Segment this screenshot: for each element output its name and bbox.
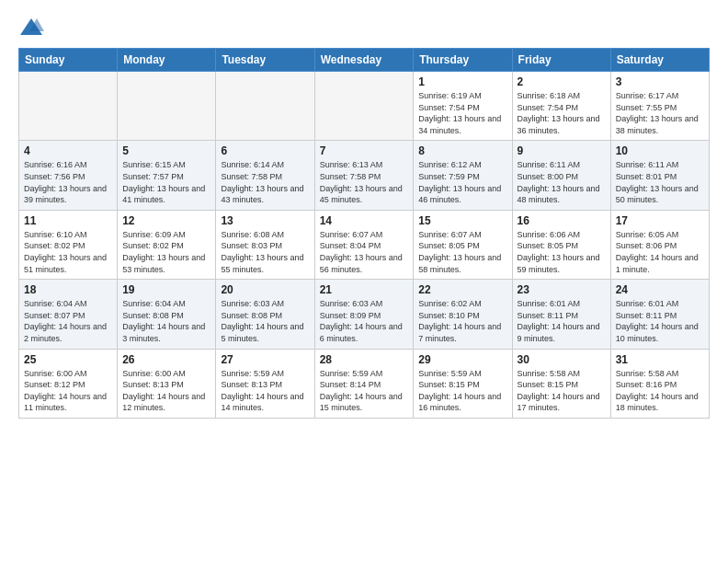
calendar-week-row: 11Sunrise: 6:10 AM Sunset: 8:02 PM Dayli… (19, 210, 710, 279)
weekday-header: Monday (118, 49, 216, 72)
day-info: Sunrise: 6:18 AM Sunset: 7:54 PM Dayligh… (518, 90, 606, 136)
day-info: Sunrise: 6:06 AM Sunset: 8:05 PM Dayligh… (518, 229, 606, 275)
day-number: 8 (418, 144, 506, 157)
calendar-day-cell: 17Sunrise: 6:05 AM Sunset: 8:06 PM Dayli… (610, 210, 709, 279)
day-info: Sunrise: 6:03 AM Sunset: 8:08 PM Dayligh… (221, 298, 309, 344)
calendar-day-cell: 10Sunrise: 6:11 AM Sunset: 8:01 PM Dayli… (610, 141, 709, 210)
day-info: Sunrise: 6:05 AM Sunset: 8:06 PM Dayligh… (616, 229, 704, 275)
calendar-day-cell: 28Sunrise: 5:59 AM Sunset: 8:14 PM Dayli… (314, 349, 414, 418)
calendar-day-cell: 27Sunrise: 5:59 AM Sunset: 8:13 PM Dayli… (216, 349, 314, 418)
day-info: Sunrise: 6:11 AM Sunset: 8:00 PM Dayligh… (518, 159, 606, 205)
day-number: 1 (418, 75, 506, 88)
calendar-day-cell: 11Sunrise: 6:10 AM Sunset: 8:02 PM Dayli… (19, 210, 118, 279)
calendar-day-cell: 29Sunrise: 5:59 AM Sunset: 8:15 PM Dayli… (414, 349, 512, 418)
day-number: 27 (221, 353, 309, 366)
weekday-header: Saturday (610, 49, 709, 72)
day-number: 31 (616, 353, 704, 366)
calendar-week-row: 18Sunrise: 6:04 AM Sunset: 8:07 PM Dayli… (19, 280, 710, 349)
calendar-day-cell (216, 72, 314, 141)
calendar-day-cell: 22Sunrise: 6:02 AM Sunset: 8:10 PM Dayli… (414, 280, 512, 349)
calendar-header-row: SundayMondayTuesdayWednesdayThursdayFrid… (19, 49, 710, 72)
calendar-day-cell (118, 72, 216, 141)
calendar-day-cell: 23Sunrise: 6:01 AM Sunset: 8:11 PM Dayli… (512, 280, 610, 349)
day-number: 30 (518, 353, 606, 366)
day-number: 3 (616, 75, 704, 88)
weekday-header: Friday (512, 49, 610, 72)
day-info: Sunrise: 6:02 AM Sunset: 8:10 PM Dayligh… (418, 298, 506, 344)
day-number: 9 (518, 144, 606, 157)
day-number: 10 (616, 144, 704, 157)
calendar-day-cell: 26Sunrise: 6:00 AM Sunset: 8:13 PM Dayli… (118, 349, 216, 418)
calendar-day-cell: 6Sunrise: 6:14 AM Sunset: 7:58 PM Daylig… (216, 141, 314, 210)
day-info: Sunrise: 6:03 AM Sunset: 8:09 PM Dayligh… (320, 298, 409, 344)
calendar-day-cell: 25Sunrise: 6:00 AM Sunset: 8:12 PM Dayli… (19, 349, 118, 418)
day-info: Sunrise: 6:00 AM Sunset: 8:12 PM Dayligh… (24, 368, 112, 414)
day-info: Sunrise: 6:12 AM Sunset: 7:59 PM Dayligh… (418, 159, 506, 205)
calendar-week-row: 1Sunrise: 6:19 AM Sunset: 7:54 PM Daylig… (19, 72, 710, 141)
calendar-day-cell: 8Sunrise: 6:12 AM Sunset: 7:59 PM Daylig… (414, 141, 512, 210)
calendar-day-cell (19, 72, 118, 141)
day-number: 25 (24, 353, 112, 366)
calendar-day-cell: 12Sunrise: 6:09 AM Sunset: 8:02 PM Dayli… (118, 210, 216, 279)
day-number: 14 (320, 214, 409, 227)
day-info: Sunrise: 5:59 AM Sunset: 8:15 PM Dayligh… (418, 368, 506, 414)
day-info: Sunrise: 6:07 AM Sunset: 8:04 PM Dayligh… (320, 229, 409, 275)
day-info: Sunrise: 6:10 AM Sunset: 8:02 PM Dayligh… (24, 229, 112, 275)
day-info: Sunrise: 6:11 AM Sunset: 8:01 PM Dayligh… (616, 159, 704, 205)
calendar-week-row: 25Sunrise: 6:00 AM Sunset: 8:12 PM Dayli… (19, 349, 710, 418)
day-info: Sunrise: 5:58 AM Sunset: 8:15 PM Dayligh… (518, 368, 606, 414)
day-number: 20 (221, 283, 309, 296)
day-number: 22 (418, 283, 506, 296)
day-info: Sunrise: 6:04 AM Sunset: 8:07 PM Dayligh… (24, 298, 112, 344)
calendar-day-cell: 16Sunrise: 6:06 AM Sunset: 8:05 PM Dayli… (512, 210, 610, 279)
weekday-header: Wednesday (314, 49, 414, 72)
day-info: Sunrise: 5:59 AM Sunset: 8:13 PM Dayligh… (221, 368, 309, 414)
day-info: Sunrise: 6:14 AM Sunset: 7:58 PM Dayligh… (221, 159, 309, 205)
day-number: 26 (122, 353, 210, 366)
day-number: 7 (320, 144, 409, 157)
logo (18, 15, 48, 40)
calendar-day-cell: 15Sunrise: 6:07 AM Sunset: 8:05 PM Dayli… (414, 210, 512, 279)
day-number: 17 (616, 214, 704, 227)
day-number: 19 (122, 283, 210, 296)
calendar: SundayMondayTuesdayWednesdayThursdayFrid… (18, 48, 710, 419)
day-info: Sunrise: 6:17 AM Sunset: 7:55 PM Dayligh… (616, 90, 704, 136)
day-number: 2 (518, 75, 606, 88)
day-number: 24 (616, 283, 704, 296)
logo-icon (18, 15, 44, 40)
day-info: Sunrise: 6:04 AM Sunset: 8:08 PM Dayligh… (122, 298, 210, 344)
day-info: Sunrise: 6:08 AM Sunset: 8:03 PM Dayligh… (221, 229, 309, 275)
day-info: Sunrise: 6:13 AM Sunset: 7:58 PM Dayligh… (320, 159, 409, 205)
day-number: 21 (320, 283, 409, 296)
day-number: 13 (221, 214, 309, 227)
day-info: Sunrise: 6:01 AM Sunset: 8:11 PM Dayligh… (518, 298, 606, 344)
day-number: 11 (24, 214, 112, 227)
day-number: 28 (320, 353, 409, 366)
weekday-header: Tuesday (216, 49, 314, 72)
calendar-day-cell: 21Sunrise: 6:03 AM Sunset: 8:09 PM Dayli… (314, 280, 414, 349)
calendar-day-cell: 3Sunrise: 6:17 AM Sunset: 7:55 PM Daylig… (610, 72, 709, 141)
calendar-day-cell: 5Sunrise: 6:15 AM Sunset: 7:57 PM Daylig… (118, 141, 216, 210)
day-info: Sunrise: 6:19 AM Sunset: 7:54 PM Dayligh… (418, 90, 506, 136)
day-info: Sunrise: 6:16 AM Sunset: 7:56 PM Dayligh… (24, 159, 112, 205)
day-info: Sunrise: 6:01 AM Sunset: 8:11 PM Dayligh… (616, 298, 704, 344)
day-number: 12 (122, 214, 210, 227)
day-info: Sunrise: 5:58 AM Sunset: 8:16 PM Dayligh… (616, 368, 704, 414)
calendar-day-cell: 19Sunrise: 6:04 AM Sunset: 8:08 PM Dayli… (118, 280, 216, 349)
day-number: 18 (24, 283, 112, 296)
calendar-day-cell: 18Sunrise: 6:04 AM Sunset: 8:07 PM Dayli… (19, 280, 118, 349)
header (18, 15, 710, 40)
calendar-day-cell: 20Sunrise: 6:03 AM Sunset: 8:08 PM Dayli… (216, 280, 314, 349)
day-number: 16 (518, 214, 606, 227)
calendar-day-cell: 1Sunrise: 6:19 AM Sunset: 7:54 PM Daylig… (414, 72, 512, 141)
calendar-day-cell (314, 72, 414, 141)
day-number: 29 (418, 353, 506, 366)
day-info: Sunrise: 6:00 AM Sunset: 8:13 PM Dayligh… (122, 368, 210, 414)
calendar-day-cell: 2Sunrise: 6:18 AM Sunset: 7:54 PM Daylig… (512, 72, 610, 141)
weekday-header: Sunday (19, 49, 118, 72)
day-info: Sunrise: 5:59 AM Sunset: 8:14 PM Dayligh… (320, 368, 409, 414)
calendar-day-cell: 30Sunrise: 5:58 AM Sunset: 8:15 PM Dayli… (512, 349, 610, 418)
day-number: 6 (221, 144, 309, 157)
day-info: Sunrise: 6:07 AM Sunset: 8:05 PM Dayligh… (418, 229, 506, 275)
calendar-day-cell: 13Sunrise: 6:08 AM Sunset: 8:03 PM Dayli… (216, 210, 314, 279)
